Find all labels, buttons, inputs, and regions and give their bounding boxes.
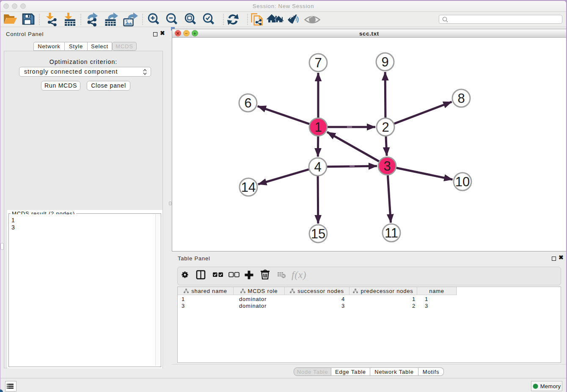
svg-text:15: 15 [311, 226, 325, 241]
svg-text:2: 2 [382, 120, 389, 135]
svg-text:10: 10 [455, 174, 470, 189]
svg-text:11: 11 [385, 226, 398, 240]
svg-text:4: 4 [314, 160, 321, 174]
svg-text:6: 6 [244, 96, 251, 110]
svg-text:3: 3 [383, 159, 391, 174]
svg-text:9: 9 [381, 55, 388, 69]
svg-text:8: 8 [457, 91, 465, 106]
svg-text:1: 1 [314, 120, 322, 135]
svg-text:14: 14 [241, 180, 256, 195]
svg-text:f(x): f(x) [292, 270, 306, 280]
svg-text:7: 7 [314, 55, 322, 70]
